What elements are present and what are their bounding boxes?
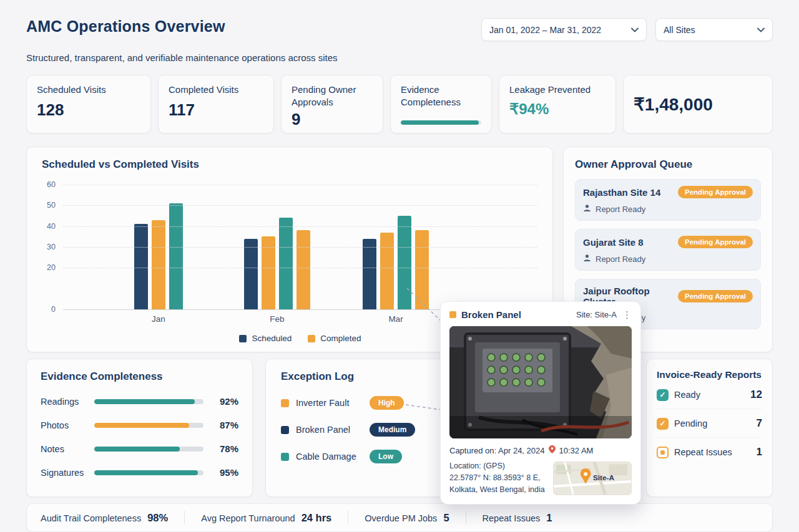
- bar: [244, 239, 258, 309]
- broken-panel-photo-illustration: [449, 326, 632, 438]
- severity-badge: High: [370, 396, 404, 410]
- footer-stats-bar: Audit Trail Completeness 98% Avg Report …: [26, 503, 773, 532]
- map-site-label: Site-A: [593, 473, 615, 482]
- kpi-total-amount: ₹1,48,000: [623, 75, 773, 133]
- footer-stat-overdue-pm: Overdue PM Jobs 5: [365, 512, 449, 524]
- invoice-row-pending[interactable]: ✓ Pending 7: [657, 417, 762, 438]
- severity-badge: Low: [370, 450, 402, 463]
- site-name: Rajasthan Site 14: [583, 187, 660, 198]
- y-tick-label: 60: [47, 180, 56, 189]
- popup-title: Broken Panel: [461, 309, 576, 320]
- approval-queue-item-rajasthan[interactable]: Rajasthan Site 14 Pending Approval Repor…: [575, 179, 761, 221]
- evidence-progress-track: [401, 120, 481, 125]
- popup-site-label: Site: Site-A: [576, 310, 617, 319]
- legend-swatch: [308, 335, 315, 342]
- divider: [184, 511, 185, 525]
- y-tick-label: 50: [47, 201, 56, 210]
- bar-chart: 60504030200: [42, 185, 537, 309]
- footer-stat-repeat-issues: Repeat Issues 1: [483, 512, 552, 524]
- kpi-label: Evidence Completeness: [401, 84, 481, 109]
- exception-label: Cable Damage: [296, 452, 370, 462]
- bar: [363, 239, 376, 309]
- gridline: [63, 205, 537, 206]
- capture-info-row: Captured on: Apr 24, 2024 10:32 AM: [449, 445, 632, 455]
- invoice-label: Pending: [674, 418, 751, 428]
- exception-label: Broken Panel: [296, 425, 370, 435]
- evidence-row: Readings 92%: [41, 396, 238, 407]
- kpi-value: 9: [292, 110, 373, 129]
- invoice-row-ready[interactable]: ✓ Ready 12: [657, 389, 762, 409]
- footer-stat-turnaround: Avg Report Turnaround 24 hrs: [201, 512, 331, 524]
- person-icon: [583, 254, 591, 264]
- popup-header: Broken Panel Site: Site-A ⋮: [449, 309, 632, 320]
- kpi-completed-visits: Completed Visits 117: [158, 75, 274, 133]
- bar: [134, 224, 148, 309]
- bar: [398, 216, 411, 309]
- captured-time-text: 10:32 AM: [559, 446, 594, 455]
- invoice-label: Ready: [674, 390, 745, 400]
- location-block: Location: (GPS) 22.5787° N: 88.3593° 8 E…: [449, 460, 632, 495]
- mini-map[interactable]: Site-A: [553, 462, 632, 495]
- kpi-value: 128: [37, 100, 140, 120]
- evidence-progress-fill: [401, 120, 479, 125]
- evidence-row: Notes 78%: [41, 443, 238, 454]
- chart-y-axis: 60504030200: [42, 185, 63, 309]
- evidence-value: 95%: [212, 467, 238, 478]
- approval-queue-item-gujarat[interactable]: Gujarat Site 8 Pending Approval Report R…: [575, 229, 761, 271]
- evidence-completeness-card: Evidence Completeness Readings 92% Photo…: [26, 359, 253, 497]
- y-tick-label: 30: [47, 243, 56, 251]
- evidence-value: 78%: [212, 443, 238, 454]
- check-icon: ✓: [657, 418, 669, 430]
- y-tick-label: 20: [47, 263, 56, 272]
- evidence-bar-fill: [94, 423, 189, 428]
- person-icon: [583, 204, 591, 214]
- header-controls: Jan 01, 2022 – Mar 31, 2022 All Sites: [481, 18, 773, 41]
- evidence-bar-fill: [94, 447, 180, 452]
- legend-item: Completed: [308, 334, 361, 343]
- evidence-label: Notes: [41, 444, 94, 454]
- kebab-menu-icon[interactable]: ⋮: [622, 310, 632, 319]
- evidence-bar-track: [94, 447, 203, 452]
- kpi-label: Scheduled Visits: [37, 84, 140, 96]
- chart-title: Scheduled vs Completed Visits: [42, 158, 537, 171]
- evidence-label: Signatures: [41, 468, 94, 478]
- evidence-bar-track: [94, 423, 203, 428]
- date-range-value: Jan 01, 2022 – Mar 31, 2022: [489, 25, 601, 35]
- bar: [297, 230, 310, 309]
- site-filter-value: All Sites: [664, 25, 695, 35]
- captured-on-text: Captured on: Apr 24, 2024: [449, 446, 545, 455]
- evidence-value: 87%: [212, 420, 238, 430]
- evidence-detail-popup: Broken Panel Site: Site-A ⋮: [440, 301, 641, 505]
- evidence-photo: [449, 326, 632, 438]
- severity-dot: [281, 453, 289, 461]
- invoice-value: 7: [757, 417, 762, 430]
- invoice-row-repeat-issues[interactable]: Repeat Issues 1: [657, 446, 762, 466]
- site-name: Gujarat Site 8: [583, 237, 644, 248]
- invoice-value: 12: [750, 389, 762, 401]
- pending-approval-badge: Pending Approval: [678, 186, 753, 198]
- bar: [169, 203, 183, 309]
- footer-stat-audit-trail: Audit Trail Completeness 98%: [41, 512, 168, 524]
- gridline: [63, 226, 537, 227]
- severity-dot: [281, 426, 289, 434]
- evidence-row: Signatures 95%: [41, 467, 238, 478]
- site-filter-select[interactable]: All Sites: [655, 18, 773, 41]
- date-range-select[interactable]: Jan 01, 2022 – Mar 31, 2022: [481, 18, 647, 41]
- bar: [415, 230, 429, 309]
- kpi-value: ₹94%: [509, 100, 605, 118]
- kpi-value: 117: [169, 100, 263, 120]
- x-tick-label: Mar: [336, 314, 455, 324]
- pending-approval-badge: Pending Approval: [678, 236, 753, 248]
- report-status: Report Ready: [596, 205, 645, 214]
- approval-queue-title: Owner Approval Queue: [575, 158, 761, 171]
- bar: [152, 220, 165, 309]
- evidence-value: 92%: [212, 396, 238, 407]
- evidence-label: Photos: [41, 420, 94, 430]
- page-subtitle: Structured, transparent, and verifiable …: [26, 52, 338, 63]
- evidence-panel-title: Evidence Completeness: [41, 370, 238, 383]
- severity-badge: Medium: [370, 423, 415, 437]
- divider: [348, 511, 348, 525]
- kpi-label: Leakage Prevented: [509, 84, 605, 96]
- kpi-row: Scheduled Visits 128 Completed Visits 11…: [26, 75, 773, 133]
- bar: [279, 218, 293, 309]
